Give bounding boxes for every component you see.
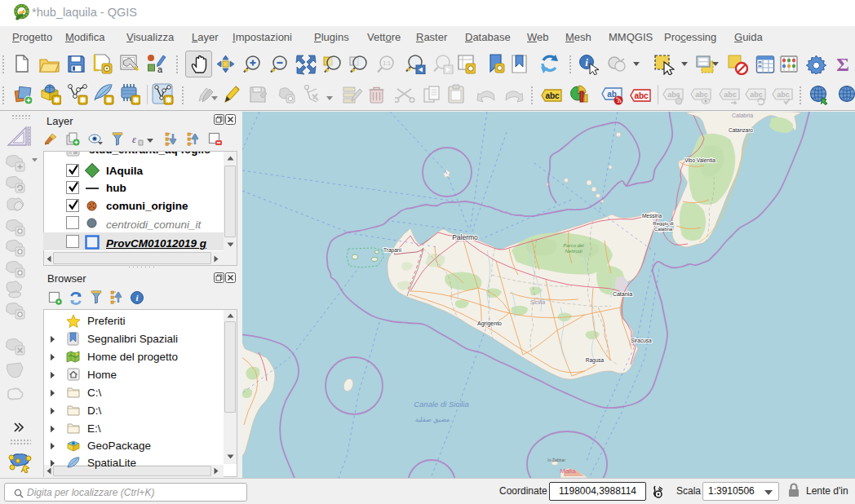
svg-text:abc: abc [695, 91, 708, 99]
svg-text:Calabria: Calabria [732, 113, 753, 118]
svg-text:Messina: Messina [642, 213, 662, 219]
svg-text:Agrigento: Agrigento [477, 321, 502, 327]
svg-text:Vibo Valentia: Vibo Valentia [684, 157, 715, 163]
svg-text:1:1: 1:1 [383, 60, 391, 66]
svg-text:Catanzaro: Catanzaro [729, 127, 753, 133]
svg-text:a: a [157, 64, 163, 74]
svg-text:Parco dei: Parco dei [563, 243, 584, 248]
svg-text:ε: ε [132, 133, 137, 145]
svg-text:Canale di Sicilia: Canale di Sicilia [414, 400, 469, 409]
svg-text:Nebrodi: Nebrodi [565, 249, 583, 254]
svg-text:abc: abc [724, 91, 737, 99]
svg-text:Siracusa: Siracusa [631, 338, 652, 343]
svg-text:Sicilia: Sicilia [530, 299, 545, 305]
svg-text:Catania: Catania [613, 291, 632, 297]
svg-text:abc: abc [545, 91, 560, 100]
svg-text:Σ: Σ [836, 54, 849, 74]
svg-text:In-Żabbar: In-Żabbar [547, 458, 565, 462]
svg-text:Trapani: Trapani [383, 247, 401, 254]
svg-text:abc: abc [634, 91, 649, 100]
svg-text:Malta: Malta [560, 467, 576, 475]
svg-text:Calabria: Calabria [654, 227, 673, 232]
svg-text:مضيق صقلية: مضيق صقلية [415, 416, 450, 423]
svg-text:Ragusa: Ragusa [586, 357, 605, 364]
svg-text:Reggio di: Reggio di [653, 221, 673, 226]
svg-text:abc: abc [750, 91, 763, 99]
svg-text:Palermo: Palermo [452, 233, 478, 241]
svg-text:abc: abc [777, 91, 790, 99]
svg-text:i: i [585, 56, 588, 69]
